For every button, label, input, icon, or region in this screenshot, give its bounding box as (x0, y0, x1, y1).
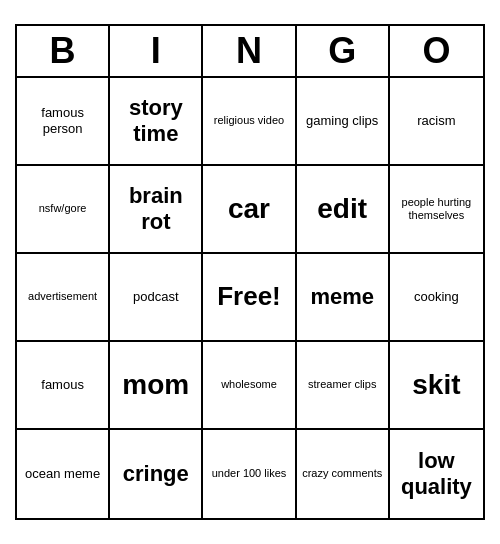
bingo-cell[interactable]: religious video (203, 78, 296, 166)
bingo-cell[interactable]: nsfw/gore (17, 166, 110, 254)
bingo-cell[interactable]: ocean meme (17, 430, 110, 518)
cell-label: car (228, 192, 270, 226)
cell-label: brain rot (114, 183, 197, 236)
cell-label: podcast (133, 289, 179, 305)
header-letter: G (297, 26, 390, 76)
cell-label: crazy comments (302, 467, 382, 480)
bingo-cell[interactable]: streamer clips (297, 342, 390, 430)
bingo-cell[interactable]: skit (390, 342, 483, 430)
cell-label: story time (114, 95, 197, 148)
header-letter: B (17, 26, 110, 76)
cell-label: gaming clips (306, 113, 378, 129)
cell-label: cooking (414, 289, 459, 305)
bingo-cell[interactable]: car (203, 166, 296, 254)
bingo-cell[interactable]: Free! (203, 254, 296, 342)
bingo-cell[interactable]: mom (110, 342, 203, 430)
bingo-cell[interactable]: meme (297, 254, 390, 342)
cell-label: nsfw/gore (39, 202, 87, 215)
bingo-cell[interactable]: cringe (110, 430, 203, 518)
bingo-header: BINGO (17, 26, 483, 78)
bingo-cell[interactable]: edit (297, 166, 390, 254)
bingo-card: BINGO famous personstory timereligious v… (15, 24, 485, 520)
cell-label: edit (317, 192, 367, 226)
cell-label: Free! (217, 281, 281, 312)
bingo-cell[interactable]: crazy comments (297, 430, 390, 518)
bingo-cell[interactable]: famous (17, 342, 110, 430)
cell-label: low quality (394, 448, 479, 501)
bingo-cell[interactable]: under 100 likes (203, 430, 296, 518)
cell-label: famous (41, 377, 84, 393)
cell-label: wholesome (221, 378, 277, 391)
header-letter: N (203, 26, 296, 76)
header-letter: I (110, 26, 203, 76)
cell-label: advertisement (28, 290, 97, 303)
cell-label: under 100 likes (212, 467, 287, 480)
bingo-cell[interactable]: racism (390, 78, 483, 166)
cell-label: famous person (21, 105, 104, 136)
bingo-cell[interactable]: gaming clips (297, 78, 390, 166)
bingo-cell[interactable]: famous person (17, 78, 110, 166)
cell-label: mom (122, 368, 189, 402)
cell-label: meme (310, 284, 374, 310)
bingo-cell[interactable]: cooking (390, 254, 483, 342)
bingo-cell[interactable]: wholesome (203, 342, 296, 430)
bingo-cell[interactable]: low quality (390, 430, 483, 518)
cell-label: people hurting themselves (394, 196, 479, 222)
bingo-cell[interactable]: story time (110, 78, 203, 166)
bingo-cell[interactable]: people hurting themselves (390, 166, 483, 254)
cell-label: skit (412, 368, 460, 402)
bingo-grid: famous personstory timereligious videoga… (17, 78, 483, 518)
cell-label: racism (417, 113, 455, 129)
header-letter: O (390, 26, 483, 76)
bingo-cell[interactable]: advertisement (17, 254, 110, 342)
cell-label: cringe (123, 461, 189, 487)
bingo-cell[interactable]: podcast (110, 254, 203, 342)
cell-label: religious video (214, 114, 284, 127)
bingo-cell[interactable]: brain rot (110, 166, 203, 254)
cell-label: ocean meme (25, 466, 100, 482)
cell-label: streamer clips (308, 378, 376, 391)
